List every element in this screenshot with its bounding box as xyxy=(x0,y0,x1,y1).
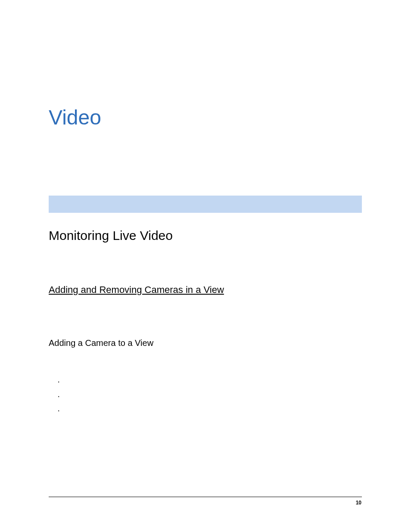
section-bar xyxy=(49,196,362,213)
bullet-item xyxy=(58,375,59,389)
bullet-item xyxy=(58,389,59,403)
page-title: Video xyxy=(49,106,101,129)
section-heading: Monitoring Live Video xyxy=(49,228,173,243)
page-number: 10 xyxy=(356,500,361,506)
subsubsection-heading: Adding a Camera to a View xyxy=(49,338,153,348)
footer-divider xyxy=(49,497,362,497)
subsection-heading: Adding and Removing Cameras in a View xyxy=(49,284,224,296)
document-page: Video Monitoring Live Video Adding and R… xyxy=(0,0,411,532)
bullet-list xyxy=(58,375,59,418)
bullet-item xyxy=(58,404,59,418)
